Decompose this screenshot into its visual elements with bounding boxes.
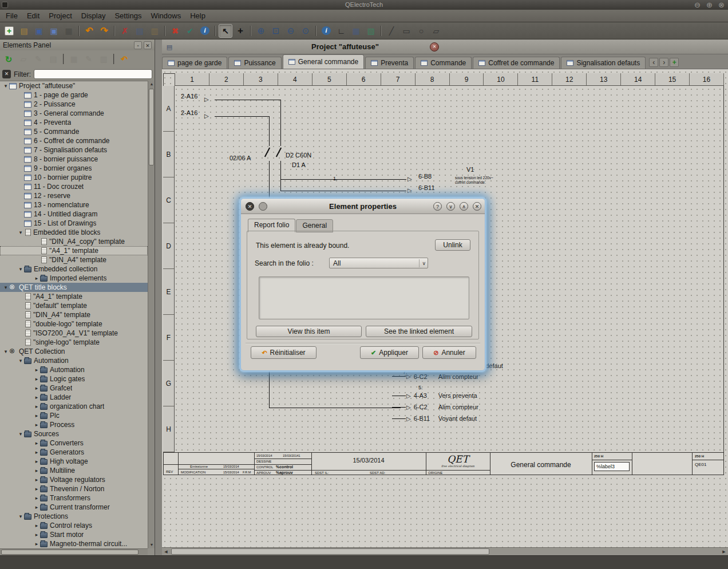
scroll-down-icon[interactable]: ▼ bbox=[148, 542, 155, 548]
tree-item[interactable]: High voltage bbox=[0, 457, 148, 466]
open-folder-icon[interactable]: ▤ bbox=[17, 24, 31, 38]
view-item-button[interactable]: View this item bbox=[256, 326, 362, 337]
toolbar-item[interactable] bbox=[215, 26, 216, 36]
toolbar-item[interactable] bbox=[315, 26, 316, 36]
tree-item[interactable]: 3 - General commande bbox=[0, 109, 148, 118]
tree-item[interactable]: Start motor bbox=[0, 530, 148, 539]
tree-item[interactable]: 7 - Signalisation defauts bbox=[0, 145, 148, 155]
menu-item[interactable]: Edit bbox=[22, 10, 44, 21]
conductor-check-icon[interactable]: ✔ bbox=[183, 24, 197, 38]
tree-expander-icon[interactable] bbox=[17, 513, 24, 519]
unlink-button[interactable]: Unlink bbox=[435, 239, 470, 251]
tree-item[interactable]: Imported elements bbox=[0, 274, 148, 283]
zoom-fit-icon[interactable]: ⊡ bbox=[269, 24, 283, 38]
add-folio-button[interactable]: + bbox=[670, 58, 679, 67]
tree-item[interactable]: Converters bbox=[0, 438, 148, 448]
canvas-hscroll-thumb[interactable] bbox=[171, 548, 489, 555]
cancel-button[interactable]: ⊘ Annuler bbox=[422, 346, 476, 359]
tree-item[interactable]: 2 - Puissance bbox=[0, 100, 148, 109]
tree-expander-icon[interactable] bbox=[33, 367, 40, 373]
menu-item[interactable]: Settings bbox=[110, 10, 146, 21]
zoom-in-icon[interactable]: ⊕ bbox=[254, 24, 268, 38]
dialog-sticky-icon[interactable] bbox=[259, 202, 267, 211]
delete-icon[interactable]: ✖ bbox=[168, 24, 182, 38]
dialog-close-button[interactable]: ✕ bbox=[473, 202, 481, 211]
menu-item[interactable]: Help bbox=[185, 10, 210, 21]
move-tool-icon[interactable]: + bbox=[234, 24, 247, 38]
tree-expander-icon[interactable] bbox=[33, 422, 40, 428]
tree-item[interactable]: 12 - reserve bbox=[0, 191, 148, 200]
polygon-tool-icon[interactable]: ▱ bbox=[429, 24, 443, 38]
toolbar-item[interactable] bbox=[164, 26, 165, 36]
panel-toolbar-item[interactable] bbox=[113, 54, 114, 64]
tree-item[interactable]: "default" template bbox=[0, 301, 148, 310]
folio-tab[interactable]: Coffret de commande bbox=[473, 57, 560, 69]
folio-element-list[interactable] bbox=[259, 276, 469, 319]
folio-tab[interactable]: page de garde bbox=[162, 57, 227, 69]
edit-element-icon[interactable]: ✎ bbox=[31, 52, 45, 66]
panel-vscroll-thumb[interactable] bbox=[149, 89, 154, 165]
tree-item[interactable]: QET title blocks bbox=[0, 283, 148, 292]
tree-item[interactable]: Process bbox=[0, 420, 148, 429]
print-icon[interactable]: ▦ bbox=[62, 24, 76, 38]
folio-filter-select[interactable]: All ∨ bbox=[329, 258, 428, 268]
tree-expander-icon[interactable] bbox=[33, 413, 40, 418]
copy-element-icon[interactable]: ▤ bbox=[46, 52, 60, 66]
tree-expander-icon[interactable] bbox=[33, 523, 40, 528]
tree-item[interactable]: "DIN_A4" template bbox=[0, 255, 148, 264]
toolbar-item[interactable] bbox=[250, 26, 251, 36]
info-icon[interactable]: i bbox=[198, 24, 212, 38]
tree-item[interactable]: Transformers bbox=[0, 493, 148, 503]
tree-item[interactable]: 8 - bornier puissance bbox=[0, 155, 148, 164]
tree-item[interactable]: "A4_1" template bbox=[0, 292, 148, 301]
tree-item[interactable]: Automation bbox=[0, 356, 148, 365]
dialog-unshade-button[interactable]: ∧ bbox=[460, 202, 468, 211]
line-tool-icon[interactable]: ╱ bbox=[385, 24, 398, 38]
dialog-menu-close-icon[interactable]: ✕ bbox=[246, 202, 254, 211]
tree-item[interactable]: Multiline bbox=[0, 466, 148, 475]
tree-expander-icon[interactable] bbox=[33, 385, 40, 391]
panel-hscroll-thumb[interactable] bbox=[1, 550, 139, 555]
tree-expander-icon[interactable] bbox=[2, 349, 9, 354]
tree-expander-icon[interactable] bbox=[33, 504, 40, 510]
scroll-up-icon[interactable]: ▲ bbox=[148, 81, 155, 88]
tree-item[interactable]: Embedded collection bbox=[0, 264, 148, 274]
tree-item[interactable]: Ladder bbox=[0, 393, 148, 402]
select-tool-icon[interactable]: ↖ bbox=[219, 24, 232, 38]
cut-icon[interactable]: ✗ bbox=[118, 24, 132, 38]
tree-item[interactable]: 10 - bornier pupitre bbox=[0, 173, 148, 182]
folio-tab[interactable]: General commande bbox=[283, 54, 364, 69]
titleblock-icon[interactable]: ▦ bbox=[349, 24, 363, 38]
tree-item[interactable]: 1 - page de garde bbox=[0, 90, 148, 100]
tree-item[interactable]: Thevenin / Norton bbox=[0, 484, 148, 493]
tree-item[interactable]: "double-logo" template bbox=[0, 319, 148, 329]
save-icon[interactable]: ▣ bbox=[32, 24, 46, 38]
new-titleblock-icon[interactable]: ▦ bbox=[67, 52, 81, 66]
tree-item[interactable]: Current transformer bbox=[0, 503, 148, 512]
reload-panel-icon[interactable]: ↻ bbox=[2, 52, 15, 66]
paste-icon[interactable]: ▥ bbox=[148, 24, 161, 38]
filter-clear-icon[interactable]: ✕ bbox=[2, 70, 11, 78]
tree-item[interactable]: 15 - List of Drawings bbox=[0, 219, 148, 228]
ellipse-tool-icon[interactable]: ○ bbox=[414, 24, 428, 38]
filter-input[interactable] bbox=[34, 69, 152, 79]
tree-item[interactable]: 4 - Preventa bbox=[0, 118, 148, 127]
tree-item[interactable]: Control relays bbox=[0, 521, 148, 530]
panel-toolbar-item[interactable] bbox=[63, 54, 64, 64]
tree-item[interactable]: "DIN_A4" template bbox=[0, 310, 148, 319]
restore-deleted-icon[interactable]: ↶ bbox=[117, 52, 131, 66]
canvas-horizontal-scrollbar[interactable]: ◀ ▶ bbox=[162, 547, 728, 555]
zoom-reset-icon[interactable]: ⊙ bbox=[299, 24, 312, 38]
menu-item[interactable]: Display bbox=[77, 10, 110, 21]
tree-item[interactable]: "A4_1" template bbox=[0, 246, 148, 255]
tree-item[interactable]: Sources bbox=[0, 429, 148, 438]
see-linked-element-button[interactable]: See the linked element bbox=[366, 326, 472, 337]
tree-expander-icon[interactable] bbox=[2, 83, 9, 89]
tree-item[interactable]: Embedded title blocks bbox=[0, 228, 148, 237]
toolbar-item[interactable] bbox=[78, 26, 80, 36]
conductor-icon[interactable]: ∟ bbox=[334, 24, 348, 38]
scroll-right-icon[interactable]: ▶ bbox=[720, 548, 728, 556]
toolbar-item[interactable] bbox=[114, 26, 115, 36]
save-as-icon[interactable]: ▣ bbox=[47, 24, 61, 38]
tree-item[interactable]: Grafcet bbox=[0, 384, 148, 393]
